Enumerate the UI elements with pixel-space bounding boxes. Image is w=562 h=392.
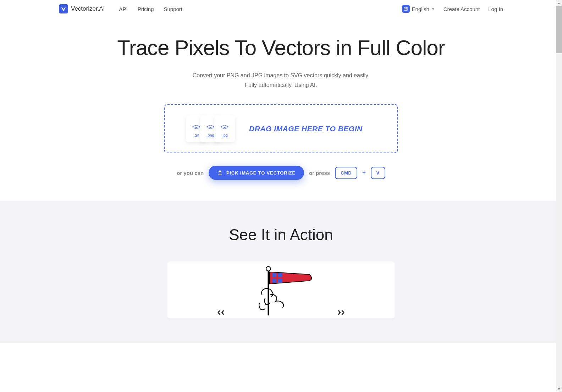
logo[interactable]: Vectorizer.AI	[59, 4, 105, 13]
scrollbar[interactable]: ▲ ▼	[556, 0, 562, 392]
upload-icon	[217, 170, 223, 176]
image-stack-icon	[192, 124, 201, 130]
nav-pricing[interactable]: Pricing	[138, 6, 154, 12]
hero-section: Trace Pixels To Vectors in Full Color Co…	[86, 18, 476, 201]
dropzone[interactable]: .gif .png .jpg DRAG IMAGE	[164, 104, 398, 153]
subtitle-line-2: Fully automatically. Using AI.	[93, 80, 469, 90]
header: Vectorizer.AI API Pricing Support Englis…	[50, 0, 512, 18]
file-ext-jpg: .jpg	[221, 133, 228, 137]
nav-support[interactable]: Support	[164, 6, 182, 12]
globe-icon	[402, 5, 410, 13]
scrollbar-up-icon[interactable]: ▲	[556, 0, 562, 6]
logo-icon	[59, 4, 68, 13]
nav-secondary: English ▼ Create Account Log In	[402, 5, 503, 13]
action-row: or you can PICK IMAGE TO VECTORIZE or pr…	[164, 166, 398, 180]
file-type-icons: .gif .png .jpg	[186, 115, 235, 142]
nav-api[interactable]: API	[119, 6, 127, 12]
pick-image-button[interactable]: PICK IMAGE TO VECTORIZE	[209, 166, 304, 180]
pick-button-label: PICK IMAGE TO VECTORIZE	[226, 170, 296, 176]
page-title: Trace Pixels To Vectors in Full Color	[93, 35, 469, 60]
key-v: V	[371, 167, 385, 179]
scrollbar-thumb[interactable]	[556, 6, 562, 53]
log-in-link[interactable]: Log In	[488, 6, 503, 12]
see-in-action-section: See It in Action	[0, 201, 562, 343]
file-card-jpg: .jpg	[214, 115, 235, 142]
demo-carousel: ‹‹ ››	[167, 261, 395, 318]
or-press-label: or press	[309, 170, 330, 176]
carousel-prev-button[interactable]: ‹‹	[217, 305, 225, 318]
image-stack-icon	[206, 124, 215, 130]
nav-primary: API Pricing Support	[119, 6, 182, 12]
or-you-can-label: or you can	[177, 170, 204, 176]
carousel-next-button[interactable]: ››	[337, 305, 345, 318]
create-account-link[interactable]: Create Account	[443, 6, 480, 12]
subtitle-line-1: Convert your PNG and JPG images to SVG v…	[93, 71, 469, 80]
scrollbar-down-icon[interactable]: ▼	[556, 386, 562, 392]
chevron-down-icon: ▼	[431, 7, 435, 11]
page-subtitle: Convert your PNG and JPG images to SVG v…	[93, 71, 469, 90]
svg-point-3	[266, 267, 270, 271]
section-title: See It in Action	[7, 226, 555, 244]
brand-name: Vectorizer.AI	[71, 5, 105, 12]
key-cmd: CMD	[335, 167, 357, 179]
language-label: English	[412, 6, 429, 12]
plus-sign: +	[362, 170, 365, 176]
demo-image	[178, 265, 384, 318]
knight-flag-illustration	[246, 265, 316, 318]
language-selector[interactable]: English ▼	[402, 5, 435, 13]
dropzone-label: DRAG IMAGE HERE TO BEGIN	[249, 125, 363, 133]
image-stack-icon	[220, 124, 229, 130]
file-ext-gif: .gif	[194, 133, 199, 137]
file-ext-png: .png	[206, 133, 214, 137]
